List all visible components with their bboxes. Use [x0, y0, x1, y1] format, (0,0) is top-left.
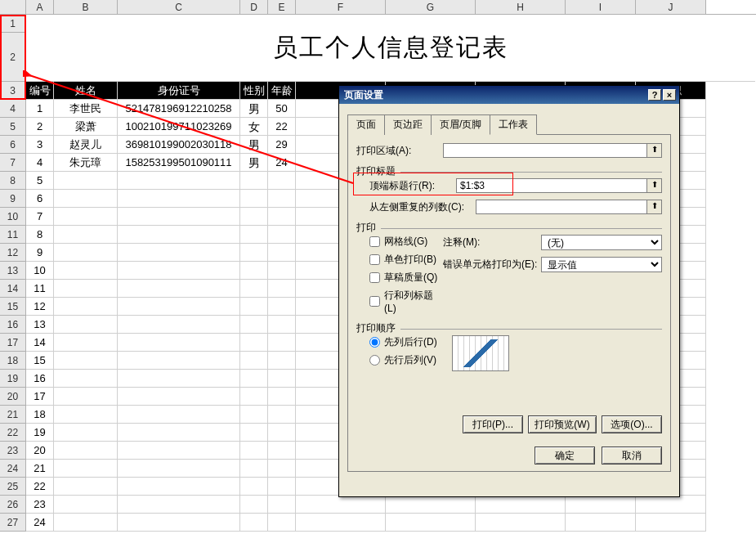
- tab-page[interactable]: 页面: [347, 114, 385, 135]
- row-header-17[interactable]: 17: [0, 334, 26, 352]
- cell[interactable]: [476, 496, 566, 514]
- cell[interactable]: [268, 388, 296, 406]
- cell[interactable]: [240, 478, 268, 496]
- cell[interactable]: [54, 190, 118, 208]
- row-header-14[interactable]: 14: [0, 280, 26, 298]
- cell[interactable]: [54, 442, 118, 460]
- cell[interactable]: [54, 208, 118, 226]
- cell[interactable]: [636, 496, 706, 514]
- cell[interactable]: 19: [26, 424, 54, 442]
- cols-repeat-range-button[interactable]: ⬆: [647, 200, 662, 214]
- rows-repeat-range-button[interactable]: ⬆: [647, 178, 662, 193]
- cell[interactable]: [268, 406, 296, 424]
- cell[interactable]: 4: [26, 154, 54, 172]
- row-header-21[interactable]: 21: [0, 406, 26, 424]
- cell[interactable]: [118, 478, 240, 496]
- cell[interactable]: [118, 388, 240, 406]
- cell[interactable]: [54, 352, 118, 370]
- col-header-J[interactable]: J: [636, 0, 706, 14]
- row-header-7[interactable]: 7: [0, 154, 26, 172]
- comments-select[interactable]: (无): [541, 235, 662, 250]
- cell[interactable]: [240, 352, 268, 370]
- cell[interactable]: [118, 514, 240, 532]
- row-header-15[interactable]: 15: [0, 298, 26, 316]
- cell[interactable]: 7: [26, 208, 54, 226]
- cell[interactable]: [54, 514, 118, 532]
- tab-headerfooter[interactable]: 页眉/页脚: [431, 114, 490, 135]
- cell[interactable]: 16: [26, 370, 54, 388]
- cell[interactable]: [54, 316, 118, 334]
- cell[interactable]: 29: [268, 136, 296, 154]
- cell[interactable]: [240, 262, 268, 280]
- cell[interactable]: [240, 244, 268, 262]
- cell[interactable]: 朱元璋: [54, 154, 118, 172]
- cell[interactable]: [268, 298, 296, 316]
- cell[interactable]: 17: [26, 388, 54, 406]
- cell[interactable]: 521478196912210258: [118, 100, 240, 118]
- cell[interactable]: [296, 496, 386, 514]
- cell[interactable]: 22: [26, 478, 54, 496]
- cell[interactable]: 梁萧: [54, 118, 118, 136]
- cell[interactable]: [268, 172, 296, 190]
- row-header-2[interactable]: 2: [0, 33, 26, 82]
- row-header-16[interactable]: 16: [0, 316, 26, 334]
- cell[interactable]: [118, 172, 240, 190]
- cell[interactable]: 21: [26, 460, 54, 478]
- cell[interactable]: [268, 460, 296, 478]
- cell[interactable]: [268, 208, 296, 226]
- col-header-B[interactable]: B: [54, 0, 118, 14]
- row-header-26[interactable]: 26: [0, 496, 26, 514]
- cell[interactable]: [268, 244, 296, 262]
- cell[interactable]: [268, 496, 296, 514]
- cell[interactable]: [118, 424, 240, 442]
- cell[interactable]: [566, 496, 636, 514]
- dialog-close-button[interactable]: ×: [663, 89, 676, 101]
- row-header-22[interactable]: 22: [0, 424, 26, 442]
- cell[interactable]: 24: [26, 514, 54, 532]
- cell[interactable]: 女: [240, 118, 268, 136]
- cell[interactable]: 50: [268, 100, 296, 118]
- cell[interactable]: [636, 514, 706, 532]
- cell[interactable]: 12: [26, 298, 54, 316]
- dialog-titlebar[interactable]: 页面设置 ? ×: [339, 86, 679, 104]
- row-header-25[interactable]: 25: [0, 478, 26, 496]
- rows-repeat-input[interactable]: [456, 178, 647, 193]
- row-header-19[interactable]: 19: [0, 370, 26, 388]
- row-header-4[interactable]: 4: [0, 100, 26, 118]
- cell[interactable]: [118, 460, 240, 478]
- cell[interactable]: [54, 496, 118, 514]
- cell[interactable]: 158253199501090111: [118, 154, 240, 172]
- cell[interactable]: [118, 316, 240, 334]
- cell[interactable]: [240, 172, 268, 190]
- row-header-27[interactable]: 27: [0, 514, 26, 532]
- row-header-11[interactable]: 11: [0, 226, 26, 244]
- errors-select[interactable]: 显示值: [541, 257, 662, 272]
- cell[interactable]: [54, 262, 118, 280]
- cell[interactable]: [240, 424, 268, 442]
- row-header-10[interactable]: 10: [0, 208, 26, 226]
- cell[interactable]: [118, 496, 240, 514]
- cell[interactable]: 100210199711023269: [118, 118, 240, 136]
- cell[interactable]: [118, 334, 240, 352]
- cell[interactable]: 22: [268, 118, 296, 136]
- row-header-18[interactable]: 18: [0, 352, 26, 370]
- cell[interactable]: [54, 424, 118, 442]
- cell[interactable]: [240, 460, 268, 478]
- cell[interactable]: [296, 514, 386, 532]
- cell[interactable]: [268, 316, 296, 334]
- cell[interactable]: [54, 226, 118, 244]
- cols-repeat-input[interactable]: [476, 200, 647, 214]
- row-header-5[interactable]: 5: [0, 118, 26, 136]
- cell[interactable]: 24: [268, 154, 296, 172]
- cell[interactable]: [268, 226, 296, 244]
- cell[interactable]: 11: [26, 280, 54, 298]
- col-header-C[interactable]: C: [118, 0, 240, 14]
- over-then-down-radio[interactable]: [369, 355, 380, 366]
- cell[interactable]: 10: [26, 262, 54, 280]
- cell[interactable]: 15: [26, 352, 54, 370]
- cell[interactable]: [268, 478, 296, 496]
- cell[interactable]: [240, 370, 268, 388]
- th-name[interactable]: 姓名: [54, 82, 118, 100]
- cell[interactable]: [240, 208, 268, 226]
- cell[interactable]: 369810199002030118: [118, 136, 240, 154]
